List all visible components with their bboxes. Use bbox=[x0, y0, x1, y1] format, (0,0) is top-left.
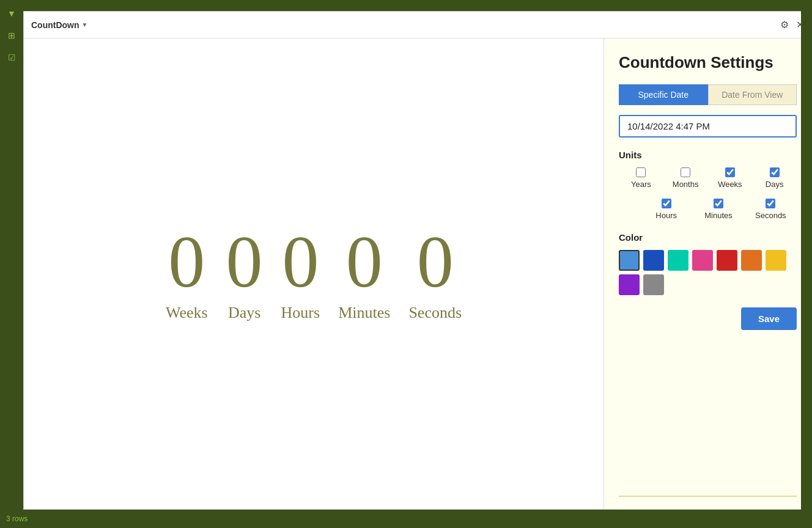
gear-icon[interactable]: ⚙ bbox=[780, 19, 789, 31]
countdown-unit-minutes: 0Minutes bbox=[338, 226, 390, 322]
top-bar bbox=[0, 0, 812, 11]
modal-dialog: CountDown ▼ ⚙ ✕ 0Weeks0Days0Hours0Minute… bbox=[23, 11, 812, 510]
countdown-number: 0 bbox=[168, 226, 205, 299]
color-swatch-gray[interactable] bbox=[643, 274, 664, 295]
settings-bottom-divider bbox=[619, 496, 797, 497]
checkbox-label-months: Months bbox=[673, 180, 699, 189]
checkbox-hours[interactable] bbox=[662, 199, 671, 208]
countdown-number: 0 bbox=[226, 226, 263, 299]
settings-title: Countdown Settings bbox=[619, 53, 797, 72]
color-swatch-dark-blue[interactable] bbox=[643, 250, 664, 271]
countdown-unit-days: 0Days bbox=[226, 226, 263, 322]
countdown-number: 0 bbox=[282, 226, 319, 299]
settings-panel: Countdown Settings Specific Date Date Fr… bbox=[603, 38, 811, 509]
countdown-unit-hours: 0Hours bbox=[281, 226, 320, 322]
bottom-bar: 3 rows bbox=[0, 510, 812, 528]
color-swatch-purple[interactable] bbox=[619, 274, 640, 295]
checkbox-label-days: Days bbox=[766, 180, 784, 189]
checkbox-item-minutes: Minutes bbox=[692, 199, 744, 220]
left-sidebar: ▼ ⊞ ☑ bbox=[0, 0, 23, 528]
units-checkbox-row1: YearsMonthsWeeksDays bbox=[619, 167, 797, 189]
modal-title-arrow[interactable]: ▼ bbox=[82, 21, 88, 28]
sidebar-icon-grid[interactable]: ⊞ bbox=[3, 27, 20, 44]
color-swatch-pink[interactable] bbox=[692, 250, 713, 271]
countdown-label: Days bbox=[228, 304, 260, 322]
modal-titlebar: CountDown ▼ ⚙ ✕ bbox=[24, 12, 811, 38]
date-type-toggle: Specific Date Date From View bbox=[619, 84, 797, 105]
right-edge bbox=[801, 11, 812, 510]
color-swatch-yellow[interactable] bbox=[766, 250, 786, 271]
checkbox-label-weeks: Weeks bbox=[718, 180, 742, 189]
checkbox-label-hours: Hours bbox=[655, 211, 677, 220]
checkbox-item-seconds: Seconds bbox=[745, 199, 797, 220]
countdown-label: Hours bbox=[281, 304, 320, 322]
checkbox-item-weeks: Weeks bbox=[708, 167, 753, 189]
checkbox-item-days: Days bbox=[752, 167, 797, 189]
countdown-label: Seconds bbox=[408, 304, 462, 322]
countdown-number: 0 bbox=[346, 226, 383, 299]
sidebar-icon-check[interactable]: ☑ bbox=[3, 49, 20, 66]
date-from-view-button[interactable]: Date From View bbox=[708, 84, 797, 105]
checkbox-days[interactable] bbox=[770, 167, 780, 177]
datetime-input[interactable] bbox=[619, 115, 797, 138]
rows-count-label: 3 rows bbox=[6, 515, 28, 523]
countdown-unit-weeks: 0Weeks bbox=[166, 226, 208, 322]
units-checkbox-row2: HoursMinutesSeconds bbox=[619, 199, 797, 220]
checkbox-seconds[interactable] bbox=[766, 199, 775, 208]
countdown-display: 0Weeks0Days0Hours0Minutes0Seconds bbox=[24, 38, 603, 509]
save-button[interactable]: Save bbox=[741, 307, 797, 330]
checkbox-label-seconds: Seconds bbox=[755, 211, 786, 220]
countdown-unit-seconds: 0Seconds bbox=[408, 226, 462, 322]
modal-title-text: CountDown bbox=[31, 20, 79, 30]
checkbox-item-years: Years bbox=[619, 167, 663, 189]
modal-overlay: CountDown ▼ ⚙ ✕ 0Weeks0Days0Hours0Minute… bbox=[23, 11, 812, 510]
color-grid bbox=[619, 250, 797, 295]
countdown-numbers: 0Weeks0Days0Hours0Minutes0Seconds bbox=[166, 226, 462, 322]
countdown-number: 0 bbox=[417, 226, 454, 299]
checkbox-item-months: Months bbox=[663, 167, 708, 189]
color-swatch-orange[interactable] bbox=[741, 250, 762, 271]
checkbox-label-years: Years bbox=[631, 180, 651, 189]
checkbox-label-minutes: Minutes bbox=[704, 211, 733, 220]
color-swatch-teal[interactable] bbox=[668, 250, 688, 271]
specific-date-button[interactable]: Specific Date bbox=[619, 84, 708, 105]
color-swatch-red[interactable] bbox=[717, 250, 737, 271]
checkbox-years[interactable] bbox=[636, 167, 646, 177]
countdown-label: Weeks bbox=[166, 304, 208, 322]
countdown-label: Minutes bbox=[338, 304, 390, 322]
units-label: Units bbox=[619, 150, 797, 160]
checkbox-months[interactable] bbox=[681, 167, 690, 177]
checkbox-weeks[interactable] bbox=[725, 167, 735, 177]
checkbox-minutes[interactable] bbox=[714, 199, 723, 208]
modal-title: CountDown ▼ bbox=[31, 20, 87, 30]
checkbox-item-hours: Hours bbox=[640, 199, 692, 220]
color-label: Color bbox=[619, 232, 797, 243]
color-swatch-light-blue[interactable] bbox=[619, 250, 640, 271]
